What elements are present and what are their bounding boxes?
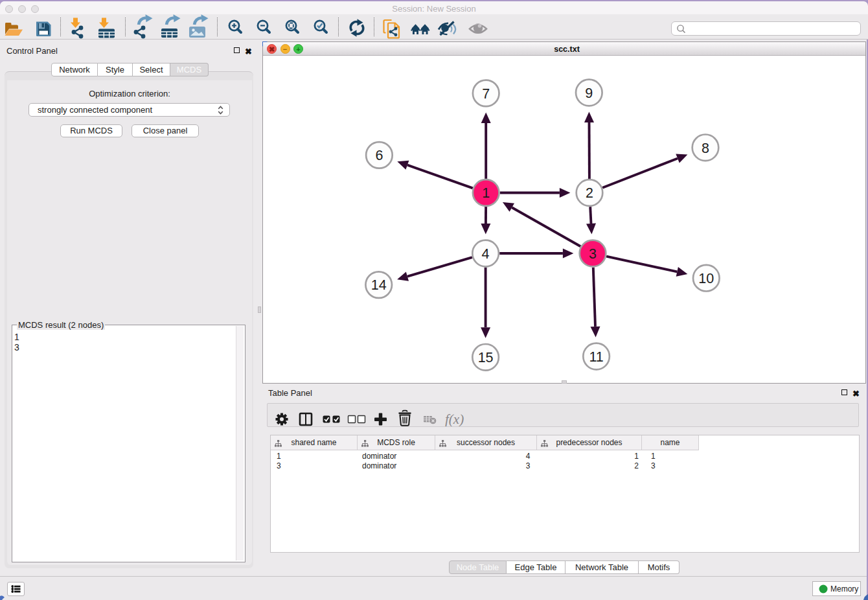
svg-text:14: 14 [371, 277, 387, 293]
svg-text:2: 2 [586, 185, 593, 201]
svg-text:10: 10 [698, 271, 714, 286]
svg-text:4: 4 [482, 246, 490, 262]
svg-text:6: 6 [375, 148, 383, 163]
svg-text:8: 8 [702, 141, 709, 156]
svg-text:15: 15 [478, 350, 494, 365]
svg-text:9: 9 [585, 86, 593, 101]
svg-text:1: 1 [482, 185, 490, 201]
svg-text:f(x): f(x) [445, 411, 464, 426]
svg-text:7: 7 [482, 86, 490, 102]
svg-text:11: 11 [589, 349, 603, 365]
svg-text:3: 3 [589, 246, 597, 262]
